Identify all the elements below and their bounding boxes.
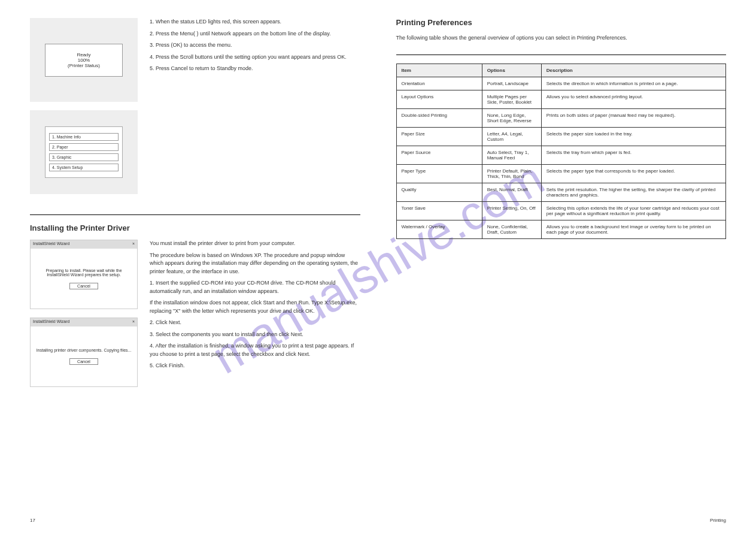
lcd-line: Ready bbox=[77, 52, 90, 58]
options-table: Item Options Description OrientationPort… bbox=[396, 64, 727, 239]
divider bbox=[396, 55, 727, 55]
close-icon: × bbox=[132, 241, 135, 247]
td: Sets the print resolution. The higher th… bbox=[541, 183, 725, 201]
td: Selects the paper type that corresponds … bbox=[541, 164, 725, 183]
td: Paper Size bbox=[396, 127, 482, 146]
cancel-button: Cancel bbox=[69, 283, 98, 289]
td: Multiple Pages per Side, Poster, Booklet bbox=[482, 90, 541, 108]
step-text: 2. Press the Menu( ) until Network appea… bbox=[150, 30, 347, 38]
th: Item bbox=[396, 64, 482, 77]
divider bbox=[30, 214, 360, 215]
td: Paper Type bbox=[396, 164, 482, 183]
dialog-text: Preparing to install. Please wait while … bbox=[35, 268, 132, 277]
td: Letter, A4, Legal, Custom bbox=[482, 127, 541, 146]
step-text: 1. When the status LED lights red, this … bbox=[150, 18, 347, 26]
lcd-line: (Printer Status) bbox=[68, 63, 100, 68]
td: Allows you to select advanced printing l… bbox=[541, 90, 725, 108]
td: Paper Source bbox=[396, 146, 482, 164]
td: Portrait, Landscape bbox=[482, 77, 541, 90]
td: Allows you to create a background text i… bbox=[541, 220, 725, 238]
cancel-button: Cancel bbox=[69, 358, 98, 365]
dialog-title: InstallShield Wizard bbox=[33, 319, 69, 325]
dialog-text: Installing printer driver components. Co… bbox=[37, 348, 132, 352]
paragraph: 5. Click Finish. bbox=[150, 362, 360, 370]
td: Printer Setting, On, Off bbox=[482, 201, 541, 220]
td: Orientation bbox=[396, 77, 482, 90]
td: Selecting this option extends the life o… bbox=[541, 201, 725, 220]
td: Best, Normal, Draft bbox=[482, 183, 541, 201]
menu-item: 3. Graphic bbox=[49, 153, 119, 161]
paragraph: You must install the printer driver to p… bbox=[150, 240, 360, 248]
td: Selects the direction in which informati… bbox=[541, 77, 725, 90]
section-title: Printing Preferences bbox=[396, 18, 727, 27]
th: Description bbox=[541, 64, 725, 77]
td: Selects the tray from which paper is fed… bbox=[541, 146, 725, 164]
dialog-title: InstallShield Wizard bbox=[33, 241, 69, 247]
td: None, Confidential, Draft, Custom bbox=[482, 220, 541, 238]
step-text: 4. Press the Scroll buttons until the se… bbox=[150, 53, 347, 62]
td: None, Long Edge, Short Edge, Reverse bbox=[482, 108, 541, 127]
td: Layout Options bbox=[396, 90, 482, 108]
paragraph: 1. Insert the supplied CD-ROM into your … bbox=[150, 279, 360, 295]
td: Toner Save bbox=[396, 201, 482, 220]
paragraph: 3. Select the components you want to ins… bbox=[150, 331, 360, 339]
lcd-display-1: Ready 100% (Printer Status) bbox=[30, 18, 138, 102]
menu-item: 1. Machine Info bbox=[49, 133, 119, 141]
td: Double-sided Printing bbox=[396, 108, 482, 127]
paragraph: The procedure below is based on Windows … bbox=[150, 252, 360, 276]
td: Selects the paper size loaded in the tra… bbox=[541, 127, 725, 146]
td: Quality bbox=[396, 183, 482, 201]
td: Prints on both sides of paper (manual fe… bbox=[541, 108, 725, 127]
section-title: Installing the Printer Driver bbox=[30, 223, 360, 232]
install-dialog-2: InstallShield Wizard× Installing printer… bbox=[30, 318, 138, 387]
close-icon: × bbox=[132, 319, 135, 325]
lcd-display-2: 1. Machine Info 2. Paper 3. Graphic 4. S… bbox=[30, 110, 138, 194]
intro-text: The following table shows the general ov… bbox=[396, 34, 727, 43]
paragraph: 4. After the installation is finished, a… bbox=[150, 342, 360, 358]
menu-item: 2. Paper bbox=[49, 143, 119, 151]
td: Auto Select, Tray 1, Manual Feed bbox=[482, 146, 541, 164]
th: Options bbox=[482, 64, 541, 77]
page-number: 17 bbox=[30, 518, 35, 523]
lcd-line: 100% bbox=[78, 58, 90, 63]
paragraph: If the installation window does not appe… bbox=[150, 299, 360, 315]
paragraph: 2. Click Next. bbox=[150, 319, 360, 327]
install-dialog-1: InstallShield Wizard× Preparing to insta… bbox=[30, 240, 138, 309]
footer-title: Printing bbox=[710, 518, 726, 523]
step-text: 3. Press (OK) to access the menu. bbox=[150, 41, 347, 50]
step-text: 5. Press Cancel to return to Standby mod… bbox=[150, 65, 347, 73]
td: Watermark / Overlay bbox=[396, 220, 482, 238]
menu-item: 4. System Setup bbox=[49, 164, 119, 171]
td: Printer Default, Plain, Thick, Thin, Bon… bbox=[482, 164, 541, 183]
